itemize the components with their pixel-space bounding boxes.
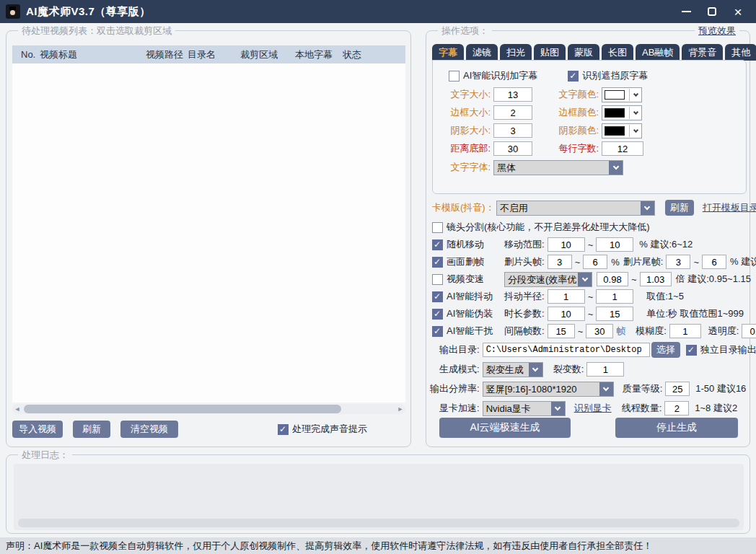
ai-add-subtitle-checkbox[interactable]: AI智能识别加字幕 <box>449 69 537 82</box>
ai-disguise-checkbox[interactable]: AI智能伪装 <box>432 307 504 320</box>
opacity-input[interactable] <box>742 324 756 338</box>
ai-interfere-label: AI智能干扰 <box>447 325 504 338</box>
gen-mode-dropdown[interactable]: 裂变生成 <box>483 362 543 377</box>
text-size-label: 文字大小: <box>441 88 491 101</box>
tab-filter[interactable]: 滤镜 <box>466 44 498 61</box>
chevron-down-icon <box>599 382 613 396</box>
blur-input[interactable] <box>669 324 701 338</box>
interval-min-input[interactable] <box>548 324 575 338</box>
tail-frame-max-input[interactable] <box>702 255 726 269</box>
speed-min-input[interactable] <box>597 272 628 286</box>
frame-delete-checkbox[interactable]: 画面删帧 <box>432 255 504 268</box>
opacity-label: 透明度: <box>708 325 739 338</box>
shadow-size-input[interactable] <box>493 123 532 138</box>
detect-gpu-link[interactable]: 识别显卡 <box>574 402 612 415</box>
gen-mode-label: 生成模式: <box>439 363 480 376</box>
chars-per-line-input[interactable] <box>602 141 643 156</box>
tab-long-image[interactable]: 长图 <box>602 44 633 61</box>
tab-subtitle[interactable]: 字幕 <box>432 44 464 61</box>
minimize-button[interactable] <box>678 4 694 19</box>
refresh-template-button[interactable]: 刷新 <box>665 200 694 216</box>
preview-effect-link[interactable]: 预览效果 <box>695 25 739 38</box>
border-color-dropdown[interactable] <box>602 105 642 120</box>
clear-videos-button[interactable]: 清空视频 <box>120 421 178 438</box>
sound-alert-checkbox[interactable]: 处理完成声音提示 <box>278 423 367 436</box>
tab-sticker[interactable]: 贴图 <box>534 44 566 61</box>
speed-mode-value: 分段变速(效率优 <box>505 273 578 286</box>
card-template-dropdown[interactable]: 不启用 <box>496 201 655 216</box>
ai-jitter-checkbox[interactable]: AI智能抖动 <box>432 290 504 303</box>
title-bar: AI魔术师V3.7（尊享版） × <box>0 0 756 23</box>
open-template-dir-link[interactable]: 打开模板目录 <box>703 201 756 214</box>
log-scrollbar[interactable] <box>18 519 739 527</box>
horizontal-scrollbar[interactable]: ◄ ► <box>12 404 405 414</box>
ai-interfere-checkbox[interactable]: AI智能干扰 <box>432 325 504 338</box>
checkbox-icon <box>432 222 443 233</box>
tab-sweep-light[interactable]: 扫光 <box>500 44 532 61</box>
bottom-distance-input[interactable] <box>493 141 532 156</box>
statement-text: 声明：AI魔术师是一款视频全自动剪辑软件，仅用于个人原创视频制作、提高剪辑效率，… <box>6 540 652 553</box>
duration-max-input[interactable] <box>596 307 633 321</box>
scroll-right-icon[interactable]: ► <box>395 405 405 413</box>
duration-min-input[interactable] <box>548 307 585 321</box>
video-speed-checkbox[interactable]: 视频变速 <box>432 273 504 286</box>
log-panel-label: 处理日志： <box>18 449 72 462</box>
cover-original-subtitle-label: 识别遮挡原字幕 <box>582 69 648 82</box>
font-dropdown[interactable]: 黑体 <box>493 160 623 175</box>
speed-max-input[interactable] <box>640 272 672 286</box>
fission-count-input[interactable] <box>586 362 624 377</box>
independent-dir-checkbox[interactable]: 独立目录输出 <box>686 343 756 356</box>
stop-generate-button[interactable]: 停止生成 <box>615 418 738 438</box>
tail-frame-min-input[interactable] <box>666 255 690 269</box>
interval-max-input[interactable] <box>586 324 613 338</box>
shadow-color-dropdown[interactable] <box>602 123 642 138</box>
tab-bgm[interactable]: 背景音 <box>682 44 723 61</box>
tab-mask[interactable]: 蒙版 <box>568 44 599 61</box>
speed-hint: 倍 建议:0.95~1.15 <box>676 273 751 286</box>
text-size-input[interactable] <box>493 87 532 102</box>
head-frame-unit: % <box>611 257 620 268</box>
jitter-max-input[interactable] <box>596 289 633 304</box>
cloud-generate-button[interactable]: AI云端极速生成 <box>439 418 571 438</box>
tail-frame-label: 删片尾帧: <box>623 255 664 268</box>
refresh-list-button[interactable]: 刷新 <box>73 421 110 438</box>
col-path: 视频路径 <box>146 48 188 61</box>
app-window: AI魔术师V3.7（尊享版） × 待处理视频列表：双击选取裁剪区域 No. 视频… <box>0 0 756 554</box>
tab-other[interactable]: 其他 <box>725 44 756 61</box>
gpu-dropdown[interactable]: Nvidia显卡 <box>483 401 566 416</box>
text-color-label: 文字颜色: <box>550 88 599 101</box>
move-range-max-input[interactable] <box>596 237 633 252</box>
jitter-hint: 取值:1~5 <box>646 290 684 303</box>
lens-split-checkbox[interactable]: 镜头分割(核心功能，不开启差异化处理大大降低) <box>432 221 650 234</box>
import-video-button[interactable]: 导入视频 <box>12 421 63 438</box>
scroll-left-icon[interactable]: ◄ <box>12 405 22 413</box>
font-label: 文字字体: <box>441 161 491 174</box>
thread-count-input[interactable] <box>664 401 689 416</box>
random-move-checkbox[interactable]: 随机移动 <box>432 238 504 251</box>
log-area[interactable] <box>14 464 744 530</box>
maximize-button[interactable] <box>704 4 720 19</box>
video-list-area[interactable] <box>12 63 405 403</box>
disguise-hint: 单位:秒 取值范围1~999 <box>646 307 744 320</box>
jitter-min-input[interactable] <box>548 289 585 304</box>
select-dir-button[interactable]: 选择 <box>651 342 680 358</box>
gpu-value: Nvidia显卡 <box>483 402 551 416</box>
speed-mode-dropdown[interactable]: 分段变速(效率优 <box>504 272 592 287</box>
col-crop: 裁剪区域 <box>240 48 295 61</box>
close-button[interactable]: × <box>730 4 746 19</box>
head-frame-min-input[interactable] <box>548 255 572 269</box>
text-color-dropdown[interactable] <box>602 87 642 102</box>
scrollbar-thumb[interactable] <box>24 405 341 413</box>
head-frame-max-input[interactable] <box>583 255 607 269</box>
output-dir-input[interactable] <box>483 343 650 357</box>
resolution-dropdown[interactable]: 竖屏[9:16]-1080*1920 <box>483 382 614 397</box>
border-size-input[interactable] <box>493 105 532 120</box>
tab-ab-frame[interactable]: AB融帧 <box>636 44 680 61</box>
cover-original-subtitle-checkbox[interactable]: 识别遮挡原字幕 <box>568 69 648 82</box>
move-range-min-input[interactable] <box>548 237 585 252</box>
checkbox-icon <box>432 257 443 268</box>
col-subtitle: 本地字幕 <box>295 48 343 61</box>
quality-input[interactable] <box>665 382 690 396</box>
chevron-down-icon <box>609 161 623 175</box>
frames-unit: 帧 <box>616 325 625 338</box>
